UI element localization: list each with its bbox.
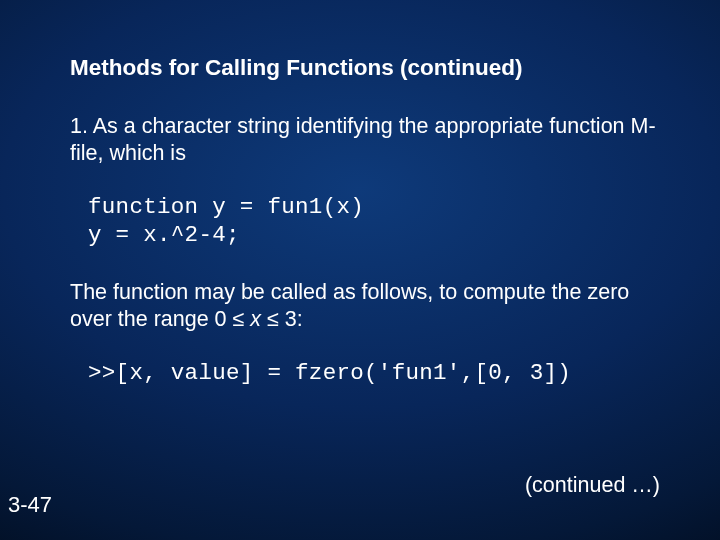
le-symbol-1: ≤ <box>233 307 245 331</box>
code-block-2: >>[x, value] = fzero('fun1',[0, 3]) <box>88 359 660 387</box>
le-symbol-2: ≤ <box>267 307 279 331</box>
paragraph-1: 1. As a character string identifying the… <box>70 113 660 167</box>
continued-label: (continued …) <box>525 473 660 498</box>
paragraph-2-part-b: 3: <box>279 307 303 331</box>
paragraph-2: The function may be called as follows, t… <box>70 279 660 333</box>
slide-title: Methods for Calling Functions (continued… <box>70 54 660 81</box>
paragraph-2-part-a: The function may be called as follows, t… <box>70 280 629 331</box>
page-number: 3-47 <box>8 492 52 518</box>
x-variable: x <box>244 307 267 331</box>
code-block-1: function y = fun1(x) y = x.^2-4; <box>88 193 660 249</box>
